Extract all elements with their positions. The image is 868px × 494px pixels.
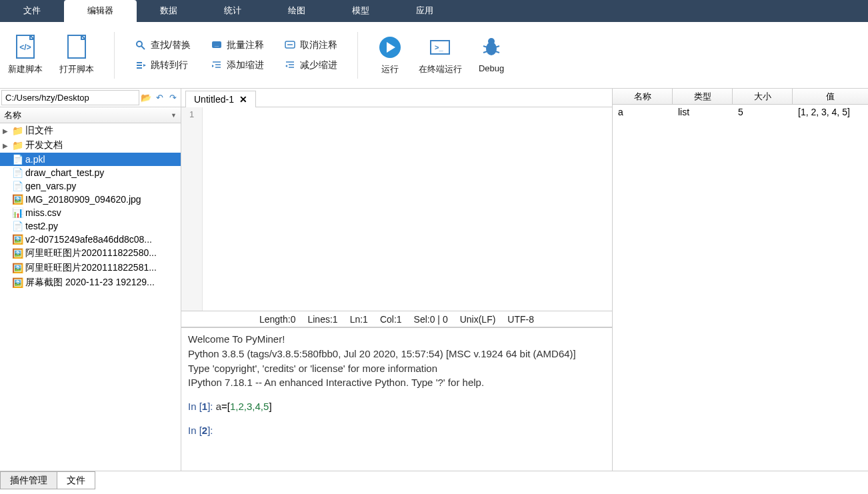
file-item[interactable]: 📊miss.csv [0, 206, 181, 219]
open-folder-icon[interactable]: 📂 [139, 93, 153, 103]
goto-icon [135, 59, 147, 71]
run-button[interactable]: 运行 [378, 35, 402, 75]
console-pyver: Python 3.8.5 (tags/v3.8.5:580fbb0, Jul 2… [188, 347, 605, 361]
batch-comment-button[interactable]: ...批量注释 [211, 39, 264, 51]
menu-data[interactable]: 数据 [137, 0, 201, 22]
close-icon[interactable]: ✕ [239, 94, 247, 105]
menu-file[interactable]: 文件 [0, 0, 64, 22]
svg-line-30 [495, 51, 499, 53]
run-terminal-button[interactable]: >_ 在终端运行 [419, 35, 462, 75]
variable-row[interactable]: a list 5 [1, 2, 3, 4, 5] [613, 105, 868, 119]
file-item[interactable]: 🖼️屏幕截图 2020-11-23 192129... [0, 275, 181, 290]
file-icon: 📁 [12, 140, 23, 151]
status-lines: Lines:1 [307, 314, 337, 325]
file-name: 阿里旺旺图片2020111822581... [25, 262, 157, 274]
file-icon: 🖼️ [12, 234, 23, 245]
menu-plot[interactable]: 绘图 [265, 0, 329, 22]
file-item[interactable]: 📄test2.py [0, 219, 181, 233]
variable-header: 名称 类型 大小 值 [613, 89, 868, 105]
debug-button[interactable]: Debug [479, 35, 504, 75]
gutter: 1 [181, 107, 203, 311]
path-input[interactable] [1, 90, 139, 105]
svg-marker-8 [143, 64, 146, 67]
menu-model[interactable]: 模型 [329, 0, 393, 22]
file-name: draw_chart_test.py [25, 167, 104, 178]
menu-app[interactable]: 应用 [393, 0, 457, 22]
console-in1: In [1]: a=[1,2,3,4,5] [188, 399, 605, 414]
code-editor[interactable] [203, 107, 612, 311]
goto-line-button[interactable]: 跳转到行 [135, 59, 191, 71]
file-name: gen_vars.py [25, 181, 76, 191]
file-icon: 🖼️ [12, 194, 23, 205]
new-script-label: 新建脚本 [8, 63, 43, 75]
file-explorer-panel: 📂 ↶ ↷ 名称▼ ▶📁旧文件▶📁开发文档📄a.pkl📄draw_chart_t… [0, 89, 181, 471]
new-script-button[interactable]: </> 新建脚本 [8, 35, 43, 75]
var-col-value[interactable]: 值 [793, 89, 868, 104]
expand-icon[interactable]: ▶ [3, 142, 9, 149]
status-sel: Sel:0 | 0 [414, 314, 448, 325]
open-script-button[interactable]: 打开脚本 [59, 35, 94, 75]
file-icon: 🖼️ [12, 277, 23, 288]
svg-text:>_: >_ [435, 43, 443, 51]
svg-text:</>: </> [19, 43, 31, 52]
console-hint: Type 'copyright', 'credits' or 'license'… [188, 361, 605, 376]
tab-label: Untitled-1 [194, 94, 234, 105]
file-name: v2-d0715249afe8a46dd8c08... [25, 234, 152, 245]
file-name: 开发文档 [25, 139, 63, 151]
file-item[interactable]: 🖼️阿里旺旺图片2020111822581... [0, 261, 181, 275]
run-terminal-label: 在终端运行 [419, 63, 462, 75]
file-item[interactable]: ▶📁旧文件 [0, 123, 181, 138]
file-item[interactable]: 📄draw_chart_test.py [0, 166, 181, 179]
open-script-label: 打开脚本 [59, 63, 94, 75]
add-indent-button[interactable]: 添加缩进 [211, 59, 264, 71]
file-icon: 📄 [12, 221, 23, 231]
redo-icon[interactable]: ↷ [166, 93, 179, 103]
menu-stats[interactable]: 统计 [201, 0, 265, 22]
menu-editor[interactable]: 编辑器 [64, 0, 137, 22]
file-item[interactable]: 📄gen_vars.py [0, 179, 181, 193]
file-icon: 📁 [12, 125, 23, 136]
file-icon: 📄 [12, 154, 23, 165]
file-icon: 📊 [12, 207, 23, 218]
uncomment-icon [284, 39, 296, 51]
console-ipy: IPython 7.18.1 -- An enhanced Interactiv… [188, 375, 605, 390]
editor-tabs: Untitled-1 ✕ [181, 89, 612, 107]
var-col-size[interactable]: 大小 [733, 89, 793, 104]
editor-tab[interactable]: Untitled-1 ✕ [185, 91, 256, 107]
chevron-down-icon: ▼ [171, 112, 177, 119]
var-size: 5 [733, 106, 793, 118]
terminal-icon: >_ [428, 35, 452, 59]
file-item[interactable]: 🖼️阿里旺旺图片2020111822580... [0, 246, 181, 261]
svg-line-29 [483, 51, 487, 53]
undo-icon[interactable]: ↶ [153, 93, 166, 103]
status-eol: Unix(LF) [460, 314, 496, 325]
reduce-indent-button[interactable]: 减少缩进 [284, 59, 337, 71]
expand-icon[interactable]: ▶ [3, 127, 9, 135]
uncomment-button[interactable]: 取消注释 [284, 39, 337, 51]
run-label: 运行 [381, 63, 399, 75]
var-col-name[interactable]: 名称 [613, 89, 673, 104]
main-menu: 文件 编辑器 数据 统计 绘图 模型 应用 [0, 0, 868, 22]
file-column-header[interactable]: 名称▼ [0, 107, 181, 123]
file-item[interactable]: 🖼️IMG_20180909_094620.jpg [0, 193, 181, 206]
file-item[interactable]: 🖼️v2-d0715249afe8a46dd8c08... [0, 233, 181, 246]
bottom-tab-plugins[interactable]: 插件管理 [0, 471, 57, 489]
file-item[interactable]: ▶📁开发文档 [0, 138, 181, 153]
file-name: 屏幕截图 2020-11-23 192129... [25, 277, 155, 289]
file-name: 阿里旺旺图片2020111822580... [25, 247, 157, 259]
bottom-tab-file[interactable]: 文件 [57, 471, 95, 489]
console-in2: In [2]: [188, 423, 605, 438]
find-replace-button[interactable]: 查找/替换 [135, 39, 191, 51]
var-value: [1, 2, 3, 4, 5] [793, 106, 868, 118]
status-enc: UTF-8 [507, 314, 534, 325]
ipython-console[interactable]: Welcome To PyMiner! Python 3.8.5 (tags/v… [181, 327, 612, 471]
svg-point-26 [488, 38, 495, 45]
file-icon: 📄 [12, 167, 23, 178]
open-script-icon [65, 35, 89, 59]
variable-panel: 名称 类型 大小 值 a list 5 [1, 2, 3, 4, 5] [612, 89, 868, 471]
var-col-type[interactable]: 类型 [673, 89, 733, 104]
file-item[interactable]: 📄a.pkl [0, 153, 181, 166]
svg-line-4 [141, 46, 145, 49]
file-name: IMG_20180909_094620.jpg [25, 194, 141, 205]
debug-label: Debug [479, 63, 504, 73]
